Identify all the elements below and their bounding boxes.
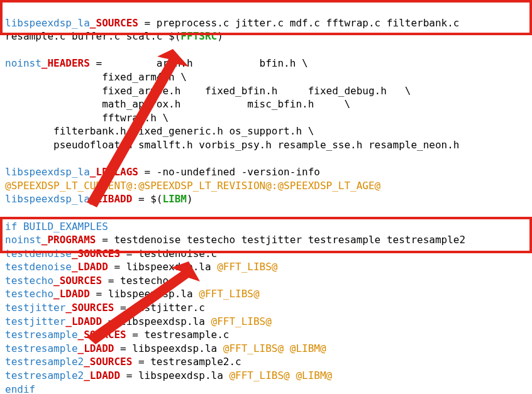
text: filterbank.h fixed_generic.h os_support.… [5,125,314,137]
makefile-code: libspeexdsp_la_SOURCES = preprocess.c ji… [0,0,532,394]
var-suffix: _LIBADD [90,193,132,205]
var-suffix: _SOURCES [53,275,102,287]
var-name: libspeexdsp_la [5,166,90,178]
var-name: testjitter [5,315,65,327]
text: fixed_arm4.h \ [5,71,187,83]
blank-line [5,153,11,165]
conditional: endif [5,383,35,394]
text: = -no-undefined -version-info [138,166,326,178]
var-suffix: _SOURCES [65,302,114,314]
var-suffix: _LDADD [53,288,90,300]
text: = testresample2.c [132,356,241,368]
var-name: testdenoise [5,248,72,260]
var-suffix: _SOURCES [90,17,138,29]
var-name: testjitter [5,302,65,314]
make-var: FFTSRC [180,30,217,42]
text: = libspeexdsp.la [114,342,223,354]
text: = testresample.c [126,329,230,341]
var-suffix: _SOURCES [78,329,126,341]
var-name: libspeexdsp_la [5,17,90,29]
var-suffix: _LDADD [72,261,108,273]
text: = libspeexdsp.la [102,315,211,327]
var-name: testdenoise [5,261,72,273]
var-suffix: _LDADD [78,342,114,354]
var-name: testresample [5,342,78,354]
subst-var: @SPEEXDSP_LT_CURRENT@:@SPEEXDSP_LT_REVIS… [5,180,380,192]
text: = libspeexdsp.la [108,261,217,273]
text: = libspeexdsp.la [90,288,199,300]
var-suffix: _LDADD [84,369,120,381]
var-name: testresample2 [5,356,84,368]
subst-var: @FFT_LIBS@ [211,315,272,327]
text: ) [187,193,193,205]
subst-var: @FFT_LIBS@ [217,261,277,273]
subst-var: @FFT_LIBS@ @LIBM@ [229,369,332,381]
var-suffix: _PROGRAMS [42,234,96,246]
text: = testecho.c [102,275,180,287]
text: fixed_arm5e.h fixed_bfin.h fixed_debug.h… [5,85,411,97]
var-name: testresample [5,329,78,341]
text: resample.c buffer.c scal.c $( [5,30,180,42]
text: = libspeexdsp.la [120,369,229,381]
var-suffix: _LDFLAGS [90,166,138,178]
blank-line [5,44,11,56]
var-suffix: _HEADERS [42,57,90,69]
text: fftwrap.h \ [5,112,169,124]
subst-var: @FFT_LIBS@ [199,288,259,300]
text: math_approx.h misc_bfin.h \ [5,98,350,110]
var-name: noinst [5,57,42,69]
text: = $( [132,193,162,205]
text: = testjitter.c [114,302,205,314]
text: = testdenoise.c [120,248,217,260]
var-name: libspeexdsp_la [5,193,90,205]
blank-line [5,207,11,219]
text: ) [217,30,223,42]
text: = arch.h bfin.h \ [90,57,308,69]
text: = preprocess.c jitter.c mdf.c fftwrap.c … [138,17,465,29]
make-var: LIBM [162,193,187,205]
var-suffix: _SOURCES [84,356,132,368]
var-name: testresample2 [5,369,84,381]
var-suffix: _SOURCES [72,248,120,260]
var-name: testecho [5,275,53,287]
var-name: testecho [5,288,53,300]
text: = testdenoise testecho testjitter testre… [96,234,466,246]
text: pseudofloat.h smallft.h vorbis_psy.h res… [5,139,459,151]
var-name: noinst [5,234,42,246]
conditional: if BUILD_EXAMPLES [5,221,108,233]
var-suffix: _LDADD [65,315,102,327]
subst-var: @FFT_LIBS@ @LIBM@ [223,342,326,354]
